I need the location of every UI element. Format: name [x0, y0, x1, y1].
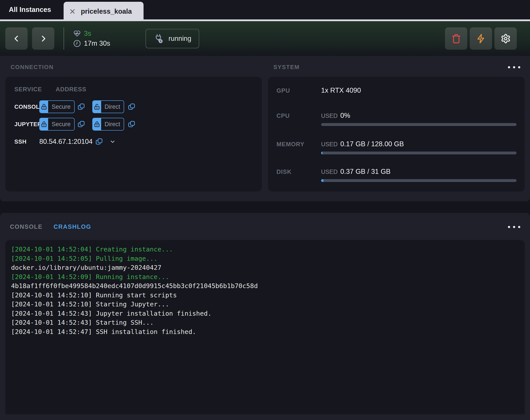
clock-icon — [73, 40, 81, 47]
disk-row: DISK USED 0.37 GB / 31 GB — [277, 168, 516, 182]
used-label: USED — [321, 168, 338, 175]
chevron-down-icon — [109, 138, 116, 145]
log-line: [2024-10-01 14:52:09] Running instance..… — [11, 272, 519, 282]
overview-section: CONNECTION SYSTEM SERVICE ADDRESS CONSOL… — [0, 56, 530, 201]
log-line: [2024-10-01 14:52:05] Pulling image... — [11, 254, 519, 263]
cpu-label: CPU — [277, 112, 321, 126]
log-line: [2024-10-01 14:52:47] SSH installation f… — [11, 327, 519, 337]
tab-all-instances[interactable]: All Instances — [9, 0, 51, 19]
ssh-address: 80.54.67.1:20104 — [39, 138, 92, 146]
instance-actions — [445, 27, 517, 50]
gpu-value: 1x RTX 4090 — [321, 86, 361, 94]
tab-crashlog[interactable]: CRASHLOG — [54, 224, 91, 230]
tab-instance-label: priceless_koala — [81, 8, 132, 15]
tab-instance[interactable]: priceless_koala — [64, 2, 144, 21]
copy-icon[interactable] — [128, 103, 135, 111]
toolbar: 3s 17m 30s runn — [0, 21, 530, 56]
destroy-button[interactable] — [445, 27, 467, 50]
cpu-value: 0% — [340, 112, 350, 120]
ssh-expand-button[interactable] — [109, 138, 116, 145]
chevron-right-icon — [38, 34, 48, 43]
heart-pulse-icon — [73, 30, 81, 37]
disk-progressbar — [321, 179, 516, 182]
memory-value: 0.17 GB / 128.00 GB — [340, 140, 404, 148]
log-line: [2024-10-01 14:52:04] Creating instance.… — [11, 245, 519, 254]
uptime-value: 17m 30s — [84, 40, 110, 47]
connection-row-console: CONSOLE Secure — [14, 100, 262, 113]
copy-icon[interactable] — [128, 120, 135, 128]
tab-all-instances-label: All Instances — [9, 6, 51, 14]
gpu-row: GPU 1x RTX 4090 — [277, 86, 516, 94]
connection-row-ssh: SSH 80.54.67.1:20104 — [14, 135, 262, 148]
service-name: CONSOLE — [14, 103, 39, 110]
copy-icon[interactable] — [95, 138, 103, 145]
toolbar-divider — [64, 27, 64, 50]
jupyter-direct-button[interactable]: Direct — [92, 118, 124, 131]
lightning-icon — [476, 34, 486, 44]
disk-value: 0.37 GB / 31 GB — [340, 168, 390, 176]
connection-card: SERVICE ADDRESS CONSOLE Secure — [5, 77, 262, 192]
gpu-label: GPU — [277, 86, 321, 94]
console-direct-button[interactable]: Direct — [92, 100, 124, 113]
cpu-progressbar — [321, 123, 516, 126]
address-column-header: ADDRESS — [56, 86, 86, 93]
settings-button[interactable] — [494, 27, 517, 50]
log-line: [2024-10-01 14:52:43] Starting SSH... — [11, 318, 519, 327]
restart-button[interactable] — [470, 27, 492, 50]
log-section: CONSOLE CRASHLOG [2024-10-01 14:52:04] C… — [0, 213, 530, 420]
lock-closed-icon — [93, 118, 101, 130]
log-line: docker.io/library/ubuntu:jammy-20240427 — [11, 263, 519, 272]
status-label: running — [168, 35, 191, 42]
status-button[interactable]: running — [146, 29, 199, 48]
gear-icon — [501, 34, 511, 44]
system-menu-button[interactable] — [508, 66, 525, 68]
forward-button[interactable] — [32, 27, 54, 50]
tab-console[interactable]: CONSOLE — [10, 224, 43, 230]
log-menu-button[interactable] — [508, 226, 520, 228]
tab-bar: All Instances priceless_koala — [0, 0, 530, 19]
memory-row: MEMORY USED 0.17 GB / 128.00 GB — [277, 140, 516, 154]
log-line: [2024-10-01 14:52:10] Running start scri… — [11, 291, 519, 300]
plug-zap-icon — [153, 34, 164, 44]
connection-title: CONNECTION — [5, 64, 54, 70]
service-name: SSH — [14, 138, 39, 145]
memory-label: MEMORY — [277, 140, 321, 154]
close-icon[interactable] — [68, 8, 76, 15]
disk-label: DISK — [277, 168, 321, 182]
lock-open-icon — [93, 101, 101, 113]
lock-closed-icon — [40, 118, 48, 130]
used-label: USED — [321, 112, 338, 119]
memory-progressbar — [321, 152, 516, 154]
log-line: [2024-10-01 14:52:43] Jupyter installati… — [11, 309, 519, 318]
log-line: 4b18af1ff6f0fbe499584b240edc4107d0d9915c… — [11, 281, 519, 291]
used-label: USED — [321, 141, 338, 148]
system-card: GPU 1x RTX 4090 CPU USED 0% — [268, 77, 525, 192]
instance-stats: 3s 17m 30s — [73, 29, 110, 47]
copy-icon[interactable] — [77, 120, 85, 128]
cpu-row: CPU USED 0% — [277, 112, 516, 126]
log-output[interactable]: [2024-10-01 14:52:04] Creating instance.… — [5, 240, 525, 414]
uptime-stat: 17m 30s — [73, 40, 110, 47]
chevron-left-icon — [12, 34, 21, 43]
instance-dashboard: All Instances priceless_koala — [0, 0, 530, 420]
heartbeat-stat: 3s — [73, 29, 110, 38]
copy-icon[interactable] — [77, 103, 85, 111]
log-line: [2024-10-01 14:52:10] Starting Jupyter..… — [11, 300, 519, 309]
service-name: JUPYTER — [14, 121, 39, 128]
connection-row-jupyter: JUPYTER Secure — [14, 118, 262, 131]
trash-icon — [451, 34, 461, 44]
system-title: SYSTEM — [268, 64, 300, 70]
lock-closed-icon — [40, 101, 48, 113]
console-secure-button[interactable]: Secure — [39, 100, 75, 113]
back-button[interactable] — [5, 27, 28, 50]
service-column-header: SERVICE — [14, 86, 56, 93]
jupyter-secure-button[interactable]: Secure — [39, 118, 75, 131]
heartbeat-value: 3s — [84, 29, 91, 38]
